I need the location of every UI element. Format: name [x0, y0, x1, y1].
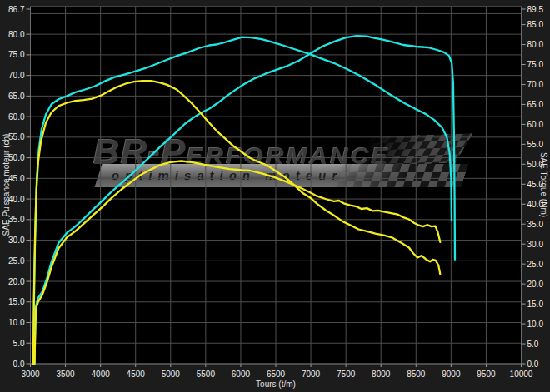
left-tick-label: 15.0	[8, 297, 25, 306]
x-tick-label: 3000	[21, 370, 40, 379]
right-tick-label: 70.0	[528, 80, 544, 89]
right-tick-label: 50.0	[528, 160, 544, 169]
left-tick-label: 50.0	[8, 153, 25, 162]
left-tick-label: 75.0	[8, 50, 25, 59]
dyno-chart: BR-PERFORMANCE optimisation moteur 30003…	[0, 0, 550, 392]
left-tick-label: 60.0	[8, 112, 25, 122]
left-tick-label: 70.0	[8, 71, 25, 80]
left-tick-label: 45.0	[8, 174, 25, 183]
x-tick-label: 7500	[337, 370, 356, 379]
right-tick-label: 5.0	[528, 340, 539, 349]
plot-area: BR-PERFORMANCE optimisation moteur	[30, 7, 522, 364]
x-tick-label: 7000	[302, 370, 321, 379]
checkered-flag-icon	[352, 133, 473, 166]
right-tick-label: 0.0	[528, 360, 539, 369]
left-tick-label: 40.0	[8, 195, 25, 204]
x-tick-label: 10000	[510, 370, 533, 379]
left-tick-label: 10.0	[8, 318, 25, 327]
right-tick-label: 75.0	[528, 60, 544, 69]
left-tick-label: 65.0	[8, 92, 25, 101]
x-tick-label: 5000	[162, 370, 181, 379]
right-tick-label: 65.0	[528, 100, 544, 109]
right-tick-label: 25.0	[528, 260, 544, 269]
right-tick-label: 35.0	[528, 220, 544, 229]
left-tick-label: 35.0	[8, 215, 25, 224]
right-tick-label: 89.5	[528, 5, 544, 14]
left-tick-label: 20.0	[8, 277, 25, 286]
right-tick-label: 45.0	[528, 180, 544, 189]
x-tick-label: 9000	[442, 370, 461, 379]
left-axis-title: SAE Puissance moteur (ch)	[2, 134, 11, 236]
checkered-flag-icon	[328, 164, 468, 187]
right-tick-label: 40.0	[528, 200, 544, 209]
x-tick-label: 4500	[127, 370, 146, 379]
left-tick-label: 86.7	[8, 5, 25, 14]
left-tick-label: 30.0	[8, 236, 25, 245]
right-axis-title: SAE Torque (Nm)	[539, 152, 548, 217]
x-tick-label: 4000	[92, 370, 111, 379]
left-tick-label: 55.0	[8, 132, 25, 141]
x-tick-label: 3500	[56, 370, 75, 379]
right-tick-label: 80.0	[528, 40, 544, 49]
left-tick-label: 0.0	[13, 360, 25, 369]
right-tick-label: 60.0	[528, 120, 544, 129]
x-tick-label: 6000	[232, 370, 251, 379]
right-tick-label: 30.0	[528, 240, 544, 249]
x-tick-label: 8500	[407, 370, 426, 379]
right-tick-label: 55.0	[528, 140, 544, 149]
right-tick-label: 20.0	[528, 280, 544, 289]
left-tick-label: 5.0	[13, 339, 25, 348]
left-tick-label: 80.0	[8, 30, 25, 39]
x-axis-title: Tours (t/m)	[256, 380, 296, 389]
watermark-banner: optimisation moteur	[94, 164, 462, 187]
watermark-tagline: optimisation moteur	[111, 168, 344, 182]
right-tick-label: 85.0	[528, 20, 544, 29]
x-tick-label: 9500	[477, 370, 496, 379]
x-tick-label: 8000	[372, 370, 391, 379]
right-tick-label: 15.0	[528, 300, 544, 309]
x-tick-label: 6500	[267, 370, 286, 379]
x-tick-label: 5500	[197, 370, 216, 379]
right-tick-label: 10.0	[528, 320, 544, 329]
left-tick-label: 25.0	[8, 256, 25, 265]
